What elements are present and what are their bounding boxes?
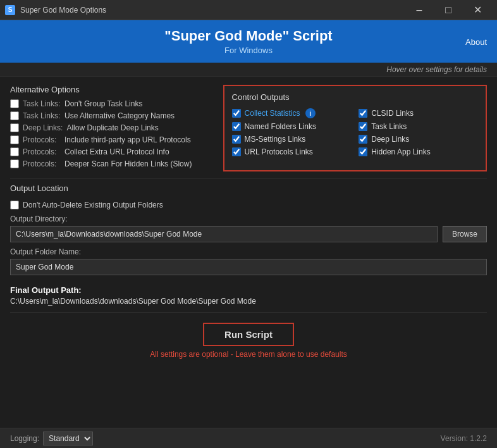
task-links-alt-category-checkbox[interactable] <box>10 111 19 120</box>
options-row: Alternative Options Task Links: Don't Gr… <box>10 85 487 171</box>
run-hint: All settings are optional - Leave them a… <box>150 350 347 359</box>
clsid-links-checkbox[interactable] <box>359 109 367 118</box>
list-item: Named Folders Links <box>232 122 352 131</box>
dont-auto-delete-row: Don't Auto-Delete Existing Output Folder… <box>10 201 487 209</box>
list-item: Collect Statistics i <box>232 108 352 118</box>
output-location-section: Output Location Don't Auto-Delete Existi… <box>10 184 487 285</box>
dont-auto-delete-label: Don't Auto-Delete Existing Output Folder… <box>23 201 163 209</box>
hidden-app-links-checkbox[interactable] <box>359 147 367 156</box>
list-item: Task Links: Don't Group Task Links <box>10 99 216 108</box>
final-path-value: C:\Users\m_la\Downloads\downloads\Super … <box>10 297 487 306</box>
logging-select[interactable]: Standard Verbose Minimal None <box>43 432 93 445</box>
output-folder-row <box>10 259 487 275</box>
maximize-button[interactable]: □ <box>434 0 463 20</box>
dont-auto-delete-checkbox[interactable] <box>10 201 19 209</box>
control-outputs-grid: Collect Statistics i CLSID Links Named F… <box>232 108 478 156</box>
browse-button[interactable]: Browse <box>443 226 487 242</box>
logging-label: Logging: <box>10 434 39 443</box>
list-item: Task Links <box>359 122 478 131</box>
final-path-label: Final Output Path: <box>10 285 487 295</box>
collect-statistics-checkbox[interactable] <box>232 109 241 118</box>
list-item: Deep Links <box>359 135 478 144</box>
minimize-button[interactable]: – <box>405 0 434 20</box>
protocols-extra-info-checkbox[interactable] <box>10 147 19 156</box>
about-link[interactable]: About <box>465 37 487 46</box>
control-outputs-panel: Control Outputs Collect Statistics i CLS… <box>223 85 487 171</box>
output-dir-label: Output Directory: <box>10 215 487 223</box>
window-controls: – □ ✕ <box>405 0 492 20</box>
protocols-deeper-scan-checkbox[interactable] <box>10 159 19 168</box>
output-folder-label: Output Folder Name: <box>10 247 487 256</box>
version-label: Version: 1.2.2 <box>441 434 487 443</box>
hint-text: Hover over settings for details <box>386 65 487 74</box>
output-location-title: Output Location <box>10 184 487 196</box>
run-script-button[interactable]: Run Script <box>203 323 294 346</box>
bottom-bar: Logging: Standard Verbose Minimal None V… <box>0 428 497 448</box>
named-folders-links-checkbox[interactable] <box>232 122 241 131</box>
control-outputs-title: Control Outputs <box>232 92 478 102</box>
header: "Super God Mode" Script For Windows Abou… <box>0 20 497 63</box>
header-title: "Super God Mode" Script <box>10 28 487 44</box>
list-item: Protocols: Include third-party app URL P… <box>10 135 216 144</box>
list-item: CLSID Links <box>359 108 478 118</box>
hint-bar: Hover over settings for details <box>0 63 497 77</box>
window-title: Super God Mode Options <box>20 6 405 15</box>
protocols-third-party-checkbox[interactable] <box>10 135 19 144</box>
deep-links-co-checkbox[interactable] <box>359 135 367 144</box>
final-path-section: Final Output Path: C:\Users\m_la\Downloa… <box>10 285 487 306</box>
task-links-co-checkbox[interactable] <box>359 122 367 131</box>
info-icon: i <box>305 108 316 118</box>
main-content: Alternative Options Task Links: Don't Gr… <box>0 77 497 369</box>
list-item: MS-Settings Links <box>232 135 352 144</box>
output-dir-input[interactable] <box>10 226 438 242</box>
deep-links-duplicate-checkbox[interactable] <box>10 123 19 132</box>
list-item: Hidden App Links <box>359 147 478 156</box>
task-links-no-group-checkbox[interactable] <box>10 99 19 108</box>
run-section: Run Script All settings are optional - L… <box>10 318 487 361</box>
url-protocols-links-checkbox[interactable] <box>232 147 241 156</box>
list-item: Protocols: Deeper Scan For Hidden Links … <box>10 159 216 168</box>
list-item: Deep Links: Allow Duplicate Deep Links <box>10 123 216 132</box>
window-icon: S <box>5 5 15 15</box>
output-folder-input[interactable] <box>10 259 487 275</box>
list-item: Task Links: Use Alternative Category Nam… <box>10 111 216 120</box>
header-subtitle: For Windows <box>10 46 487 55</box>
ms-settings-links-checkbox[interactable] <box>232 135 241 144</box>
close-button[interactable]: ✕ <box>463 0 492 20</box>
divider-2 <box>10 312 487 313</box>
list-item: URL Protocols Links <box>232 147 352 156</box>
alt-options-title: Alternative Options <box>10 85 216 94</box>
divider <box>10 178 487 178</box>
list-item: Protocols: Collect Extra URL Protocol In… <box>10 147 216 156</box>
output-dir-row: Browse <box>10 226 487 242</box>
alt-options-panel: Alternative Options Task Links: Don't Gr… <box>10 85 216 171</box>
title-bar: S Super God Mode Options – □ ✕ <box>0 0 497 20</box>
